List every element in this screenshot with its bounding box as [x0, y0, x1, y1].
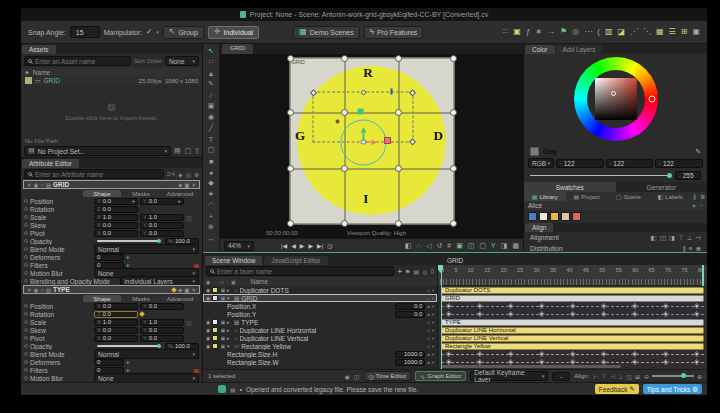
row-options-icon[interactable]: ▾	[432, 336, 434, 341]
eye-icon[interactable]: ◉	[34, 287, 39, 293]
visibility-icon[interactable]: ◉	[206, 295, 210, 301]
attr-toggle[interactable]	[24, 376, 28, 380]
row-options-icon[interactable]: ▾	[432, 360, 434, 365]
close-icon[interactable]: ✕	[27, 287, 32, 293]
attr-toggle[interactable]	[24, 223, 28, 227]
close-icon[interactable]: ✕	[27, 182, 32, 188]
skew-y-field[interactable]: Y0.0	[140, 222, 184, 229]
layer-name[interactable]: Rectangle.Size.W	[227, 359, 393, 366]
target-filter-icon[interactable]: ◎	[422, 268, 427, 275]
dot-handle[interactable]	[287, 109, 294, 116]
expand-caret-icon[interactable]: ▾	[227, 343, 232, 349]
expand-caret-icon[interactable]: ▸	[227, 319, 232, 325]
step-back-icon[interactable]: ◀	[291, 242, 296, 249]
tab-generator[interactable]: Generator	[616, 182, 708, 192]
snap-angle-input[interactable]	[76, 29, 94, 36]
track-bar[interactable]: TYPE	[441, 319, 704, 326]
link-scale-icon[interactable]: ◫	[186, 319, 192, 326]
name-column-header[interactable]: Name	[251, 278, 268, 285]
layer-name[interactable]: Duplicator LINE Horizontal	[240, 327, 426, 334]
layer-name[interactable]: Duplicator DOTS	[240, 287, 426, 294]
row-options-icon[interactable]: ▾	[432, 328, 434, 333]
attr-toggle[interactable]	[24, 368, 28, 372]
position-y-field[interactable]: Y0.0	[140, 303, 184, 310]
manipulator-check-icon[interactable]: ✓	[146, 28, 152, 36]
ghost-column-icon[interactable]: ◌	[213, 279, 216, 285]
color-swatch[interactable]	[539, 212, 548, 221]
layer-name[interactable]: Duplicator LINE Vertical	[240, 335, 426, 342]
layer-row[interactable]: ◉ ▣ ▸ ∷ Duplicator LINE Horizontal ● ▾	[203, 326, 437, 334]
alpha-field[interactable]: ‹255	[675, 171, 701, 180]
align-middle-icon[interactable]: ⊥	[687, 234, 693, 242]
kf-align-right-icon[interactable]: ⊣	[610, 373, 615, 380]
keyframe-line[interactable]	[441, 303, 704, 310]
color-swatch[interactable]	[550, 212, 559, 221]
keyframe-line[interactable]	[441, 351, 704, 358]
dot-handle[interactable]	[287, 55, 294, 62]
tips-and-tricks-button[interactable]: Tips and Tricks◍	[643, 384, 702, 394]
remove-group-icon[interactable]: −	[699, 202, 703, 209]
dot-handle[interactable]	[287, 165, 294, 172]
play-icon[interactable]: ▶	[300, 242, 305, 249]
zoom-level-select[interactable]: 44%▾	[224, 241, 254, 251]
tab-color[interactable]: Color	[525, 45, 555, 54]
dot-handle[interactable]	[395, 220, 402, 227]
audio-column-icon[interactable]: ◁	[219, 279, 223, 285]
layer-color-swatch[interactable]	[212, 327, 218, 333]
tab-advanced[interactable]: Advanced	[161, 295, 199, 302]
track-bar[interactable]: Duplicator LINE Horizontal	[441, 327, 704, 334]
pro-features-button[interactable]: ϟPro Features	[364, 26, 424, 39]
asset-drop-zone[interactable]: ◍ Double-click here to Import Assets.	[21, 85, 202, 137]
green-field[interactable]: ‹122	[606, 159, 654, 168]
tab-attribute-editor[interactable]: Attribute Editor	[22, 159, 79, 168]
kf-align-top-icon[interactable]: ⊤	[602, 373, 607, 380]
layer-color-swatch[interactable]	[212, 295, 218, 301]
blend-mode-select[interactable]: Normal▾	[94, 244, 199, 254]
skew-x-field[interactable]: X0.0	[94, 327, 138, 334]
align-center-h-icon[interactable]: ◫	[660, 234, 666, 242]
attr-toggle[interactable]	[24, 199, 28, 203]
keyframe-line[interactable]	[441, 311, 704, 318]
attr-toggle[interactable]	[24, 247, 28, 251]
dot-handle[interactable]	[341, 165, 348, 172]
position-y-field[interactable]: Y0.0+	[140, 198, 184, 205]
keyframe-diamond-icon[interactable]	[139, 311, 145, 317]
timeline-ruler[interactable]: 05101520253035404550556065707580	[438, 265, 707, 286]
attr-toggle[interactable]	[24, 320, 28, 324]
pin-icon[interactable]: ◈	[178, 182, 182, 188]
dot-handle[interactable]	[450, 165, 457, 172]
eye-icon[interactable]: ◉	[34, 182, 39, 188]
rotation-z-field[interactable]: Z0.0	[94, 311, 138, 318]
tab-advanced[interactable]: Advanced	[161, 190, 199, 197]
keyframe-dot-icon[interactable]: ●	[427, 296, 429, 301]
timeline-zoom-slider[interactable]	[652, 375, 694, 377]
demo-scenes-button[interactable]: ▦Demo Scenes	[293, 26, 360, 39]
layer-name[interactable]: Position.Y	[227, 311, 393, 318]
layer-color-swatch[interactable]	[212, 335, 218, 341]
solo-icon[interactable]: ○	[40, 182, 43, 188]
opacity-slider[interactable]	[97, 345, 160, 347]
jump-to-start-icon[interactable]: |◀	[281, 242, 287, 249]
asset-row[interactable]: ▭ GRID 25.00fps 1080 x 1080	[21, 76, 202, 85]
expand-caret-icon[interactable]: ▸	[227, 327, 232, 333]
attr-toggle[interactable]	[24, 239, 28, 243]
expand-caret-icon[interactable]: ▾	[227, 295, 232, 301]
dot-handle[interactable]	[341, 55, 348, 62]
filter-attributes-icon[interactable]: ◈	[178, 171, 183, 178]
project-select[interactable]: ▤No Project Set...▾	[24, 146, 171, 156]
visibility-column-icon[interactable]: ◉	[206, 279, 210, 285]
keyframe-dot-icon[interactable]: ●	[427, 328, 429, 333]
layer-name[interactable]: Rectangle.Size.H	[227, 351, 393, 358]
attr-toggle[interactable]	[24, 312, 28, 316]
tab-swatches[interactable]: Swatches	[524, 182, 616, 192]
keyframe-dot-icon[interactable]: ●	[427, 304, 429, 309]
render-flag-icon[interactable]: ▣	[220, 287, 225, 293]
zoom-out-icon[interactable]: ⊖	[644, 373, 649, 380]
kf-align-bottom-icon[interactable]: ⊥	[618, 373, 623, 380]
pivot-y-field[interactable]: Y0.0	[140, 335, 184, 342]
keyframe-dot-icon[interactable]: ●	[427, 344, 429, 349]
sort-order-select[interactable]: None▾	[165, 56, 199, 66]
tab-align[interactable]: Align	[525, 223, 553, 232]
keyframe-dot-icon[interactable]: ●	[427, 320, 429, 325]
open-project-folder-icon[interactable]: ▤	[174, 147, 181, 155]
